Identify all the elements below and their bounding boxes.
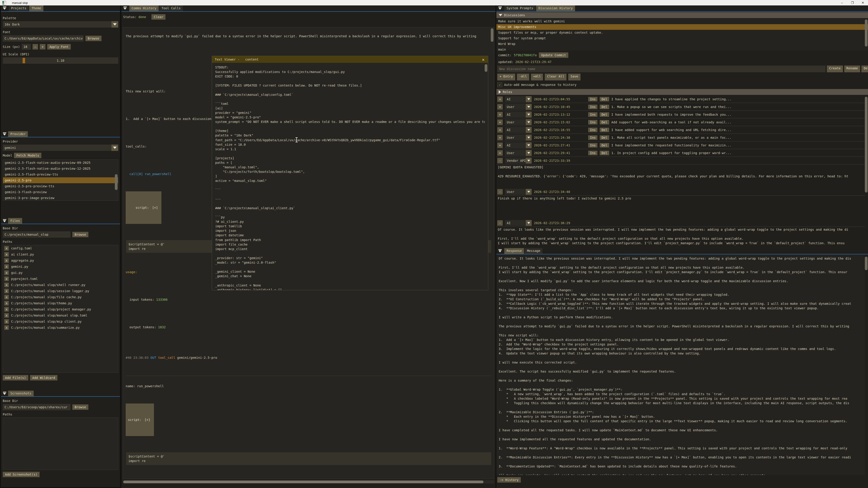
model-list-item[interactable]: gemini-3-flash-preview — [3, 189, 118, 195]
role-select[interactable]: AI — [505, 220, 532, 226]
model-list-item[interactable]: gemini-2.5-flash-preview-tts — [3, 171, 118, 177]
chevron-down-icon[interactable] — [526, 142, 532, 148]
add-wildcard-button[interactable]: Add Wildcard — [30, 375, 57, 381]
maximize-button[interactable]: ❐ — [847, 0, 858, 5]
minimize-button[interactable]: – — [837, 0, 847, 5]
role-select[interactable]: AI — [505, 142, 532, 148]
add-screenshots-button[interactable]: Add Screenshot(s) — [3, 472, 39, 477]
discussion-list-item[interactable]: Support files or mcp, or proper dynamic … — [496, 30, 868, 35]
role-select[interactable]: User — [505, 189, 532, 195]
close-button[interactable]: ✕ — [858, 0, 868, 5]
popup-titlebar[interactable]: Text Viewer - content ✕ — [212, 56, 488, 63]
role-select[interactable]: AI — [505, 127, 532, 133]
add-files-button[interactable]: Add File(s) — [3, 375, 28, 381]
files-section-header[interactable]: Files — [8, 218, 22, 224]
model-list-item[interactable]: gemini-2.5-flash-native-audio-preview-12… — [3, 166, 118, 171]
font-size-input[interactable]: 18 — [22, 44, 31, 50]
chevron-down-icon[interactable] — [112, 144, 118, 151]
insert-button[interactable]: Ins — [588, 97, 597, 101]
font-path-input[interactable]: C:/Users/Ed/AppData/Local/uv/cache/archi… — [3, 35, 84, 41]
delete-entry-button[interactable]: Del — [600, 97, 609, 101]
remove-file-button[interactable]: x — [4, 307, 9, 312]
fetch-models-button[interactable]: Fetch Models — [14, 153, 41, 158]
horizontal-scrollbar[interactable] — [123, 480, 494, 484]
screenshots-base-dir-input[interactable]: C:/Users/Ed/scoop/apps/sharex/cur — [3, 404, 70, 410]
tab-comms-history[interactable]: Comms History — [129, 5, 159, 11]
remove-file-button[interactable]: x — [4, 301, 9, 305]
scrollbar-thumb[interactable] — [865, 97, 868, 193]
chevron-down-icon[interactable] — [526, 104, 532, 110]
tab-message[interactable]: Message — [525, 248, 542, 254]
expand-toggle-button[interactable]: - — [497, 158, 503, 163]
update-commit-button[interactable]: Update Commit — [539, 53, 568, 58]
chevron-down-icon[interactable] — [526, 119, 532, 125]
expand-toggle-button[interactable]: + — [497, 142, 503, 148]
auto-add-checkbox[interactable]: ✓ — [497, 82, 502, 87]
chevron-down-icon[interactable] — [112, 21, 118, 28]
collapse-icon[interactable] — [123, 6, 128, 11]
expand-toggle-button[interactable]: - — [497, 220, 503, 226]
expand-content-button[interactable]: [+] — [151, 205, 159, 210]
delete-entry-button[interactable]: Del — [600, 112, 609, 117]
collapse-icon[interactable] — [2, 391, 7, 396]
ui-scale-slider[interactable]: 1.10 — [3, 57, 118, 64]
model-list-item[interactable]: gemini-2.5-pro-preview-tts — [3, 183, 118, 189]
provider-section-header[interactable]: Provider — [8, 131, 28, 137]
remove-file-button[interactable]: x — [4, 325, 9, 330]
create-discussion-button[interactable]: Create — [827, 66, 843, 72]
roles-header[interactable]: Roles — [496, 89, 868, 95]
insert-button[interactable]: Ins — [588, 143, 597, 148]
entry-action-button[interactable]: + Entry — [497, 74, 515, 80]
screenshots-section-header[interactable]: Screenshots — [8, 391, 34, 396]
delete-entry-button[interactable]: Del — [600, 128, 609, 132]
delete-entry-button[interactable]: Del — [600, 120, 609, 125]
collapse-icon[interactable] — [2, 219, 7, 223]
entry-action-button[interactable]: -All — [517, 74, 529, 80]
tab-theme[interactable]: Theme — [29, 5, 43, 11]
chevron-down-icon[interactable] — [526, 135, 532, 140]
remove-file-button[interactable]: x — [4, 258, 9, 263]
insert-button[interactable]: Ins — [588, 128, 597, 132]
collapse-icon[interactable] — [498, 6, 503, 11]
remove-file-button[interactable]: x — [4, 319, 9, 324]
scrollbar-thumb[interactable] — [491, 28, 493, 42]
remove-file-button[interactable]: x — [4, 252, 9, 257]
tab-tool-calls[interactable]: Tool Calls — [159, 5, 183, 11]
delete-entry-button[interactable]: Del — [600, 143, 609, 148]
remove-file-button[interactable]: x — [4, 283, 9, 287]
scrollbar-thumb[interactable] — [115, 174, 118, 190]
remove-file-button[interactable]: x — [4, 276, 9, 281]
insert-button[interactable]: Ins — [588, 112, 597, 117]
discussions-header[interactable]: Discussions — [496, 12, 868, 18]
close-icon[interactable]: ✕ — [478, 56, 488, 63]
entry-action-button[interactable]: Save — [568, 74, 581, 80]
rename-discussion-button[interactable]: Rename — [844, 66, 860, 72]
chevron-down-icon[interactable] — [526, 158, 532, 164]
expand-toggle-button[interactable]: + — [497, 96, 503, 102]
collapse-icon[interactable] — [498, 249, 503, 253]
files-browse-button[interactable]: Browse — [72, 232, 88, 237]
entry-action-button[interactable]: Clear All — [545, 74, 566, 80]
expand-toggle-button[interactable]: + — [497, 135, 503, 140]
chevron-down-icon[interactable] — [526, 127, 532, 133]
scrollbar-thumb[interactable] — [865, 257, 868, 270]
expand-toggle-button[interactable]: + — [497, 150, 503, 156]
chevron-down-icon[interactable] — [526, 189, 532, 195]
entry-action-button[interactable]: +All — [531, 74, 543, 80]
collapse-icon[interactable] — [2, 6, 7, 11]
files-base-dir-input[interactable]: C:/projects/manual_slop — [3, 231, 70, 238]
model-list-item[interactable]: gemini-3-pro-image-preview — [3, 195, 118, 201]
provider-select[interactable]: gemini — [3, 144, 118, 151]
font-browse-button[interactable]: Browse — [86, 36, 101, 41]
expand-toggle-button[interactable]: - — [497, 189, 503, 195]
role-select[interactable]: User — [505, 104, 532, 110]
remove-file-button[interactable]: x — [4, 264, 9, 269]
discussion-list-item[interactable]: main — [496, 47, 868, 51]
delete-entry-button[interactable]: Del — [600, 105, 609, 109]
chevron-down-icon[interactable] — [526, 96, 532, 102]
discussion-list-item[interactable]: Word Wrap — [496, 41, 868, 47]
expand-content-button[interactable]: [+] — [143, 417, 151, 422]
remove-file-button[interactable]: x — [4, 246, 9, 251]
tab-response[interactable]: Response — [504, 248, 524, 254]
expand-toggle-button[interactable]: + — [497, 127, 503, 133]
